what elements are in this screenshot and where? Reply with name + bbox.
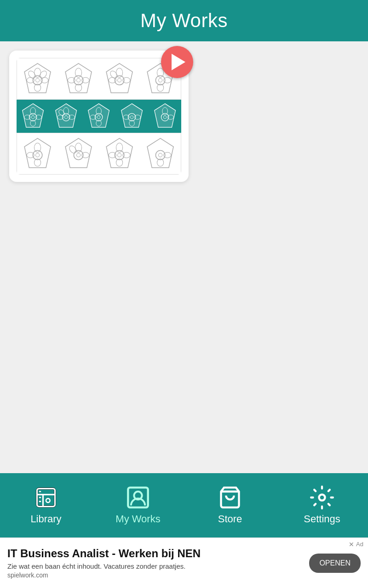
flower-cell (99, 58, 140, 99)
nav-label-my-works: My Works (115, 513, 160, 525)
nav-item-library[interactable]: Library (0, 486, 92, 525)
flower-cell (140, 133, 181, 174)
flower-cell (17, 100, 50, 133)
page-title: My Works (140, 10, 228, 32)
flower-cell (115, 100, 149, 133)
flower-cell (58, 58, 99, 99)
svg-point-71 (68, 144, 78, 154)
store-icon (218, 486, 242, 509)
play-icon (172, 54, 185, 70)
svg-point-12 (75, 68, 81, 77)
svg-point-90 (319, 495, 325, 501)
flower-cell (148, 100, 181, 133)
pattern-row-1 (17, 58, 181, 100)
work-card (9, 51, 189, 182)
ad-title: IT Business Analist - Werken bij NEN (7, 547, 304, 560)
nav-label-library: Library (30, 513, 61, 525)
svg-point-75 (116, 143, 122, 152)
nav-item-settings[interactable]: Settings (276, 486, 368, 525)
header: My Works (0, 0, 368, 41)
nav-label-store: Store (218, 513, 242, 525)
ad-description: Zie wat een baan écht inhoudt. Vacatures… (7, 562, 304, 571)
pattern-image (17, 58, 181, 175)
bottom-nav: Library My Works Store Settings (0, 473, 368, 537)
settings-icon (310, 486, 334, 509)
nav-item-my-works[interactable]: My Works (92, 486, 184, 525)
svg-point-74 (117, 153, 121, 157)
svg-point-2 (35, 78, 39, 82)
svg-point-22 (109, 69, 119, 79)
my-works-icon (126, 486, 150, 509)
ad-banner: Ad ✕ IT Business Analist - Werken bij NE… (0, 537, 368, 588)
flower-cell (82, 100, 115, 133)
flower-cell (17, 133, 58, 174)
ad-close-button[interactable]: ✕ (349, 541, 354, 548)
flower-cell (50, 100, 83, 133)
svg-point-86 (46, 498, 50, 503)
ad-content: IT Business Analist - Werken bij NEN Zie… (7, 547, 304, 579)
svg-point-11 (76, 78, 80, 82)
nav-item-store[interactable]: Store (184, 486, 276, 525)
ad-url: spielwork.com (7, 571, 304, 579)
svg-point-18 (117, 78, 121, 82)
flower-cell (17, 58, 58, 99)
svg-point-62 (35, 153, 39, 157)
play-button[interactable] (161, 46, 193, 78)
flower-cell (99, 133, 140, 174)
pattern-row-3 (17, 133, 181, 175)
svg-point-63 (34, 143, 40, 152)
svg-point-8 (38, 69, 48, 79)
ad-label: Ad (356, 541, 363, 548)
library-icon (34, 486, 58, 509)
svg-point-68 (76, 153, 80, 157)
pattern-row-2 (17, 100, 181, 133)
ad-open-button[interactable]: OPENEN (309, 554, 361, 573)
flower-cell (58, 133, 99, 174)
svg-point-7 (27, 69, 37, 79)
main-content (0, 41, 368, 473)
svg-point-25 (158, 78, 162, 82)
svg-point-81 (158, 153, 162, 157)
nav-label-settings: Settings (304, 513, 340, 525)
